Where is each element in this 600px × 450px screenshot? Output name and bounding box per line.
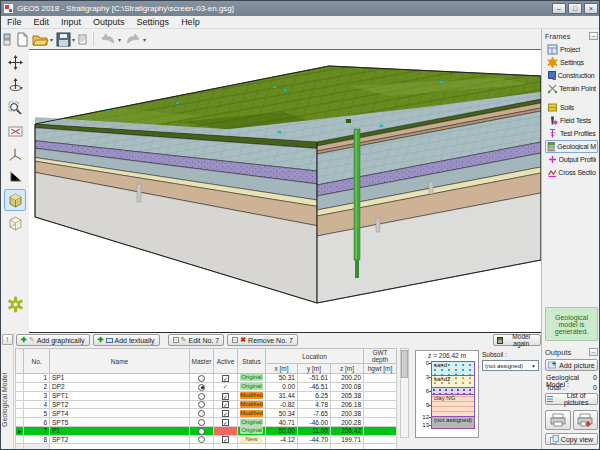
zoom-tool-icon[interactable] [4,97,26,119]
active-checkbox[interactable]: ✓ [222,401,229,408]
model-3d-viewport[interactable] [29,49,541,333]
col-x[interactable]: x [m] [266,364,298,374]
master-radio[interactable] [198,375,205,382]
col-active[interactable]: Active [214,349,238,374]
table-row[interactable]: 2DP2 ✓ Original 0.00-46.51200.08 [16,382,397,391]
axes-view-icon[interactable] [4,143,26,165]
table-row[interactable]: 1SP1 ✓ Original 50.31-51.61200.20 [16,374,397,383]
sidebar-item-construction-site[interactable]: Construction site [545,69,598,82]
active-checkbox[interactable]: ✓ [222,436,229,443]
menu-help[interactable]: Help [175,16,206,29]
print-preview-button[interactable] [573,410,599,430]
save-file-icon[interactable]: ▾ [55,30,76,48]
table-scrollbar[interactable] [400,348,409,438]
table-scrollbar-thumb[interactable] [401,350,408,378]
cancel-view-icon[interactable] [4,120,26,142]
new-file-icon[interactable] [14,30,30,48]
undo-dropdown-icon[interactable]: ▾ [118,36,121,43]
add-picture-button[interactable]: Add picture [545,359,598,371]
model-again-button[interactable]: Model again [493,334,541,346]
wireframe-view-icon[interactable] [4,212,26,234]
col-name[interactable]: Name [50,349,190,374]
pan-tool-icon[interactable] [4,51,26,73]
list-of-pictures-button[interactable]: List of pictures [545,393,598,405]
col-gwt-sub[interactable]: hgwt [m] [364,364,397,374]
active-checkbox[interactable]: ✓ [222,393,229,400]
master-radio[interactable] [198,410,205,417]
view-settings-gear-icon[interactable] [4,293,26,315]
test-profiles-icon [547,128,558,139]
axes-bent-icon[interactable] [4,166,26,188]
soil-profile-panel: z = 206.42 m 0 3 6 9 12 13 sand sand2 cl… [415,350,479,438]
active-checkbox[interactable]: ✓ [222,375,229,382]
close-button[interactable]: × [584,3,598,14]
open-dropdown-icon[interactable]: ▾ [50,36,53,43]
undo-icon[interactable]: ▾ [98,30,122,48]
edit-row-button[interactable]: ✎ Edit No. 7 [168,334,225,346]
maximize-button[interactable]: □ [568,3,582,14]
sidebar-item-output-profiles[interactable]: Output Profiles [545,153,598,166]
menu-outputs[interactable]: Outputs [87,16,131,29]
sidebar-item-test-profiles[interactable]: Test Profiles [545,127,598,140]
sidebar-item-soils[interactable]: Soils [545,101,598,114]
menu-file[interactable]: File [1,16,28,29]
subsoil-dropdown[interactable]: (not assigned) ▼ [482,360,539,371]
master-radio[interactable] [198,436,205,443]
active-checkbox[interactable]: ✓ [222,410,229,417]
table-row[interactable]: 6SPT5 ✓ Original 40.71-46.00200.28 [16,418,397,427]
soil-layer-not-assigned[interactable]: (not assigned) [431,416,475,429]
save-dropdown-icon[interactable]: ▾ [72,36,75,43]
redo-icon[interactable]: ▾ [123,30,147,48]
col-y[interactable]: y [m] [298,364,331,374]
master-radio[interactable] [198,401,205,408]
master-radio[interactable] [198,428,205,435]
add-textually-button[interactable]: ✚ Add textually [93,334,160,346]
menu-edit[interactable]: Edit [28,16,56,29]
print-button[interactable] [545,410,571,430]
menu-input[interactable]: Input [55,16,87,29]
outputs-collapse-icon[interactable]: – [589,348,598,356]
col-location[interactable]: Location [266,349,364,364]
panel-toggle-icon[interactable] [2,30,13,48]
master-radio[interactable] [198,393,205,400]
add-graphically-button[interactable]: ✚ ✎ Add graphically [16,334,90,346]
col-master[interactable]: Master [190,349,214,374]
table-row-selected[interactable]: ▶ 7P1 Original 50.0011.00206.42 [16,426,397,435]
terrain-points-icon [547,83,557,94]
sidebar-item-settings[interactable]: Settings [545,56,598,69]
app-icon [4,4,13,13]
table-empty-row [16,444,397,450]
col-gwt[interactable]: GWT depth [364,349,397,364]
master-radio[interactable] [198,419,205,426]
table-row[interactable]: 8SPT2 ✓ New -4.12-44.70199.71 [16,435,397,444]
frame-warning-icon[interactable]: ! [2,334,13,345]
shaded-view-icon[interactable] [4,189,26,211]
borehole-green [354,129,360,260]
col-status[interactable]: Status [238,349,266,374]
table-row[interactable]: 3SPT1 ✓ Modified 31.446.25205.38 [16,391,397,400]
redo-dropdown-icon[interactable]: ▾ [143,36,146,43]
copy-settings-icon[interactable] [77,30,89,48]
col-z[interactable]: z [m] [331,364,364,374]
copy-view-button[interactable]: Copy view [545,433,598,445]
soil-layer-sand[interactable]: sand [431,361,475,376]
minimize-button[interactable]: – [552,3,566,14]
open-file-icon[interactable]: ▾ [31,30,54,48]
cross-sections-icon [547,167,556,178]
rotate-tool-icon[interactable] [4,74,26,96]
col-no[interactable]: No. [24,349,50,374]
menu-settings[interactable]: Settings [131,16,176,29]
sidebar-item-field-tests[interactable]: Field Tests [545,114,598,127]
table-row[interactable]: 5SPT4 ✓ Modified 50.34-7.65200.38 [16,409,397,418]
table-row[interactable]: 4SPT2 ✓ Modified -0.824.78206.18 [16,400,397,409]
active-missing-cell[interactable] [214,426,238,435]
remove-row-button[interactable]: ✖ Remove No. 7 [227,334,298,346]
sidebar-item-terrain-points[interactable]: Terrain Points [545,82,598,95]
soil-layer-clay-ng[interactable]: clay NG [431,394,475,417]
sidebar-item-geological-model[interactable]: Geological Model [545,140,598,153]
frames-collapse-icon[interactable]: – [589,32,598,40]
sidebar-item-project[interactable]: Project [545,43,598,56]
sidebar-item-cross-sections[interactable]: Cross Sections [545,166,598,179]
master-radio-selected[interactable] [198,384,205,391]
active-checkbox[interactable]: ✓ [222,419,229,426]
